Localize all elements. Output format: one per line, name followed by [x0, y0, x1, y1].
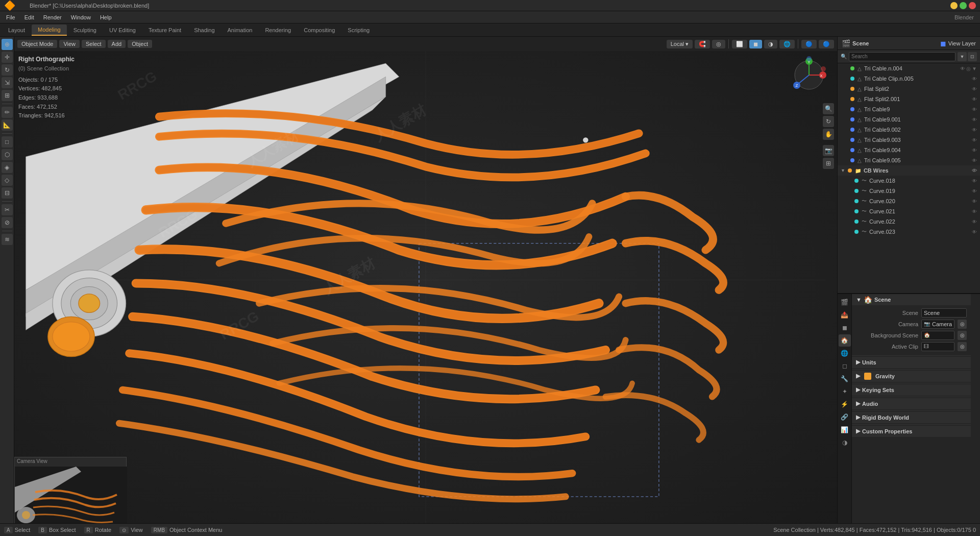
tool-transform[interactable]: ⊞ — [2, 90, 13, 101]
tab-compositing[interactable]: Compositing — [298, 25, 341, 35]
gravity-section-title[interactable]: ▶ Gravity — [852, 371, 971, 382]
tab-layout[interactable]: Layout — [2, 25, 31, 35]
minimize-button[interactable] — [950, 2, 958, 9]
tool-inset[interactable]: ◈ — [2, 162, 13, 173]
close-button[interactable] — [969, 2, 976, 9]
visibility-icon[interactable]: 👁 — [972, 158, 977, 163]
tree-item-tricable9-005[interactable]: △ Tri Cable9.005 👁 — [838, 155, 980, 165]
scene-section-title[interactable]: ▼ 🏠 Scene — [852, 294, 971, 305]
viewport-grid[interactable]: ⊞ — [823, 158, 834, 169]
tool-bisect[interactable]: ⊘ — [2, 217, 13, 228]
visibility-icon[interactable]: 👁 — [972, 107, 977, 112]
prop-icon-render[interactable]: 🎬 — [839, 296, 851, 308]
viewport[interactable]: Object Mode View Select Add Object Local… — [14, 37, 837, 523]
clip-select-btn[interactable]: ◎ — [958, 342, 967, 351]
tree-item-curve021[interactable]: 〜Curve.021👁 — [838, 206, 980, 216]
keying-sets-section-title[interactable]: ▶ Keying Sets — [852, 384, 971, 396]
tree-item-tricable9-001[interactable]: △ Tri Cable9.001 👁 — [838, 114, 980, 125]
tool-cursor[interactable]: ⊕ — [2, 39, 13, 50]
tree-item-tricable9-002[interactable]: △ Tri Cable9.002 👁 — [838, 125, 980, 135]
prop-icon-view-layer[interactable]: ◼ — [839, 322, 851, 334]
tab-scripting[interactable]: Scripting — [341, 25, 376, 35]
viewport-wireframe-mode[interactable]: ⬜ — [732, 40, 747, 48]
tab-modeling[interactable]: Modeling — [32, 25, 67, 36]
scene-name-value[interactable]: Scene — [921, 308, 967, 318]
visibility-icon[interactable]: 👁 — [972, 188, 977, 194]
tree-item-tricable9-004[interactable]: △ Tri Cable9.004 👁 — [838, 145, 980, 155]
filter-icon[interactable]: ▼ — [972, 66, 977, 71]
tool-add-cube[interactable]: □ — [2, 136, 13, 148]
mini-camera-view[interactable]: Camera View — [14, 457, 127, 523]
viewport-object-menu[interactable]: Object — [128, 40, 152, 48]
viewport-gizmos-toggle[interactable]: 🔵 — [819, 40, 834, 48]
visibility-icon[interactable]: 👁 — [972, 209, 977, 214]
menu-render[interactable]: Render — [39, 13, 66, 21]
tab-texture-paint[interactable]: Texture Paint — [142, 25, 187, 35]
camera-value[interactable]: 📷 Camera — [921, 320, 954, 329]
tree-item-tricable9[interactable]: △ Tri Cable9 👁 — [838, 104, 980, 114]
tab-rendering[interactable]: Rendering — [259, 25, 297, 35]
viewport-mode-button[interactable]: Object Mode — [17, 40, 57, 48]
visibility-icon[interactable]: 👁 — [972, 76, 977, 82]
tree-item-flat-split2[interactable]: △ Flat Split2 👁 — [838, 84, 980, 94]
viewport-pan[interactable]: ✋ — [823, 129, 834, 140]
outliner-sync-btn[interactable]: ⊡ — [968, 52, 977, 61]
custom-props-section-title[interactable]: ▶ Custom Properties — [852, 426, 971, 437]
outliner-filter-btn[interactable]: ▼ — [958, 52, 967, 61]
active-clip-value[interactable]: 🎞 — [921, 342, 954, 351]
visibility-icon[interactable]: 👁 — [972, 199, 977, 204]
tool-smooth[interactable]: ≋ — [2, 234, 13, 245]
rigid-body-section-title[interactable]: ▶ Rigid Body World — [852, 412, 971, 423]
audio-section-title[interactable]: ▶ Audio — [852, 398, 971, 409]
viewport-material-mode[interactable]: ◑ — [764, 40, 777, 48]
units-section-title[interactable]: ▶ Units — [852, 357, 971, 368]
tree-item-tricable9-003[interactable]: △ Tri Cable9.003 👁 — [838, 135, 980, 145]
background-scene-value[interactable]: 🏠 — [921, 331, 954, 340]
camera-select-btn[interactable]: ◎ — [958, 320, 967, 329]
tool-move[interactable]: ✛ — [2, 52, 13, 63]
tab-sculpting[interactable]: Sculpting — [67, 25, 103, 35]
visibility-icon[interactable]: 👁 — [972, 148, 977, 153]
tool-loop-cut[interactable]: ⊟ — [2, 187, 13, 199]
outliner-search-input[interactable] — [849, 52, 955, 61]
gravity-checkbox[interactable] — [864, 373, 871, 380]
tree-item-flat-split2-001[interactable]: △ Flat Split2.001 👁 — [838, 94, 980, 104]
tree-item-tricable-clip-005[interactable]: △ Tri Cable Clip.n.005 👁 — [838, 74, 980, 84]
prop-icon-constraints[interactable]: 🔗 — [839, 411, 851, 423]
tool-knife[interactable]: ✂ — [2, 204, 13, 215]
tool-rotate[interactable]: ↻ — [2, 64, 13, 76]
prop-icon-particles[interactable]: ✦ — [839, 385, 851, 398]
tab-uv-editing[interactable]: UV Editing — [103, 25, 142, 35]
viewport-snap[interactable]: 🧲 — [695, 40, 710, 48]
prop-icon-data[interactable]: 📊 — [839, 424, 851, 436]
tree-item-tricable-004[interactable]: △ Tri Cable.n.004 👁 ◎ ▼ — [838, 63, 980, 74]
viewport-gizmo[interactable]: X Y Z — [789, 55, 829, 95]
prop-icon-world[interactable]: 🌐 — [839, 347, 851, 359]
viewport-select-menu[interactable]: Select — [82, 40, 106, 48]
tree-item-cb-wires[interactable]: ▼ 📁 CB Wires 👁 — [838, 165, 980, 176]
viewport-camera[interactable]: 📷 — [823, 145, 834, 156]
visibility-icon[interactable]: 👁 — [972, 168, 977, 174]
tree-item-curve023[interactable]: 〜Curve.023👁 — [838, 227, 980, 237]
viewport-rotate-view[interactable]: ↻ — [823, 116, 834, 127]
tree-item-curve020[interactable]: 〜Curve.020👁 — [838, 196, 980, 206]
visibility-icon[interactable]: 👁 — [972, 96, 977, 102]
visibility-icon[interactable]: 👁 — [972, 178, 977, 184]
prop-icon-output[interactable]: 📤 — [839, 309, 851, 321]
visibility-icon[interactable]: 👁 — [972, 229, 977, 235]
tree-item-curve022[interactable]: 〜Curve.022👁 — [838, 216, 980, 227]
tab-animation[interactable]: Animation — [222, 25, 259, 35]
prop-icon-object[interactable]: ◻ — [839, 360, 851, 372]
viewport-render-mode[interactable]: 🌐 — [779, 40, 795, 48]
prop-icon-scene[interactable]: 🏠 — [839, 334, 851, 347]
tree-item-curve018[interactable]: 〜Curve.018👁 — [838, 176, 980, 186]
viewport-view-menu[interactable]: View — [59, 40, 80, 48]
menu-file[interactable]: File — [2, 13, 19, 21]
visibility-icon[interactable]: 👁 — [972, 219, 977, 225]
menu-help[interactable]: Help — [96, 13, 116, 21]
tool-extrude[interactable]: ⬡ — [2, 149, 13, 160]
tree-item-curve019[interactable]: 〜Curve.019👁 — [838, 186, 980, 196]
prop-icon-material[interactable]: ◑ — [839, 436, 851, 449]
tool-annotate[interactable]: ✏ — [2, 107, 13, 118]
visibility-icon[interactable]: 👁 — [972, 127, 977, 133]
